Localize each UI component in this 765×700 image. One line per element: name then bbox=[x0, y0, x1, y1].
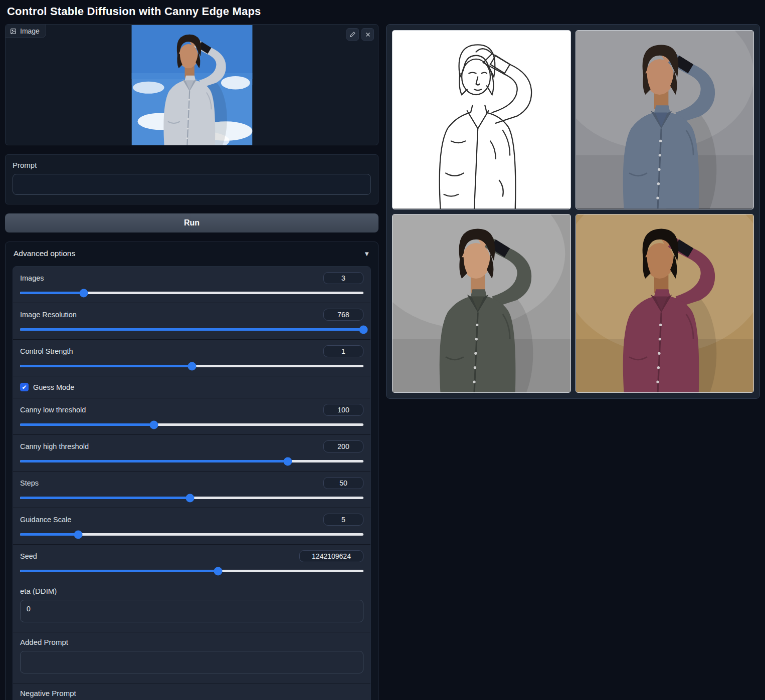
control-strength-slider[interactable] bbox=[20, 365, 363, 367]
added-prompt-row: Added Prompt bbox=[13, 632, 370, 683]
images-slider[interactable] bbox=[20, 292, 363, 294]
resolution-slider[interactable] bbox=[20, 328, 363, 331]
eta-label: eta (DDIM) bbox=[20, 587, 363, 595]
canny-high-label: Canny high threshold bbox=[20, 442, 89, 450]
canny-high-slider-thumb[interactable] bbox=[284, 457, 292, 465]
control-strength-number-input[interactable]: 1 bbox=[323, 345, 363, 357]
resolution-slider-thumb[interactable] bbox=[359, 325, 368, 334]
prompt-label: Prompt bbox=[13, 161, 371, 169]
guess-mode-checkbox[interactable]: ✔ bbox=[20, 383, 29, 391]
steps-number-input[interactable]: 50 bbox=[323, 477, 363, 489]
images-slider-thumb[interactable] bbox=[79, 289, 88, 297]
canny-high-number-input[interactable]: 200 bbox=[323, 440, 363, 452]
seed-slider[interactable] bbox=[20, 570, 363, 572]
slider-row-control-strength: Control Strength 1 bbox=[13, 340, 370, 376]
canny-low-number-input[interactable]: 100 bbox=[323, 404, 363, 416]
prompt-panel: Prompt bbox=[5, 154, 378, 204]
seed-number-input[interactable]: 1242109624 bbox=[299, 550, 363, 562]
canny-low-label: Canny low threshold bbox=[20, 406, 86, 414]
slider-row-guidance: Guidance Scale 5 bbox=[13, 508, 370, 545]
pencil-icon bbox=[349, 31, 356, 38]
results-gallery bbox=[386, 24, 760, 399]
advanced-options-header[interactable]: Advanced options ▼ bbox=[13, 248, 371, 258]
advanced-options-accordion: Advanced options ▼ Images 3 bbox=[5, 242, 378, 700]
clear-image-button[interactable] bbox=[361, 28, 374, 41]
image-input-label-tab: Image bbox=[6, 25, 46, 38]
gallery-result-image-3[interactable] bbox=[576, 214, 754, 393]
eta-row: eta (DDIM) 0 bbox=[13, 581, 370, 632]
eta-input[interactable]: 0 bbox=[20, 600, 363, 622]
added-prompt-label: Added Prompt bbox=[20, 638, 363, 646]
prompt-input[interactable] bbox=[13, 174, 371, 195]
close-icon bbox=[365, 32, 371, 38]
chevron-down-icon: ▼ bbox=[363, 250, 370, 258]
slider-row-resolution: Image Resolution 768 bbox=[13, 303, 370, 340]
guidance-scale-slider[interactable] bbox=[20, 533, 363, 536]
guidance-scale-slider-thumb[interactable] bbox=[74, 530, 83, 539]
advanced-options-title: Advanced options bbox=[14, 249, 75, 258]
gallery-result-image-1[interactable] bbox=[576, 30, 754, 209]
app-root: Control Stable Diffusion with Canny Edge… bbox=[0, 0, 765, 700]
seed-slider-thumb[interactable] bbox=[214, 567, 223, 575]
guidance-scale-label: Guidance Scale bbox=[20, 516, 71, 524]
seed-label: Seed bbox=[20, 552, 37, 560]
guess-mode-label: Guess Mode bbox=[33, 383, 74, 391]
edit-image-button[interactable] bbox=[346, 28, 359, 41]
resolution-number-input[interactable]: 768 bbox=[323, 309, 363, 321]
guess-mode-row[interactable]: ✔ Guess Mode bbox=[13, 376, 370, 398]
resolution-label: Image Resolution bbox=[20, 311, 77, 319]
slider-row-steps: Steps 50 bbox=[13, 472, 370, 508]
image-input-panel: Image bbox=[5, 24, 378, 145]
slider-row-seed: Seed 1242109624 bbox=[13, 545, 370, 581]
image-input-label: Image bbox=[20, 27, 40, 35]
added-prompt-input[interactable] bbox=[20, 651, 363, 673]
negative-prompt-label: Negative Prompt bbox=[20, 689, 363, 697]
gallery-canny-edge-image[interactable] bbox=[392, 30, 571, 209]
image-icon bbox=[10, 28, 17, 35]
control-strength-label: Control Strength bbox=[20, 347, 73, 355]
steps-label: Steps bbox=[20, 479, 39, 487]
images-number-input[interactable]: 3 bbox=[323, 272, 363, 284]
canny-low-slider[interactable] bbox=[20, 423, 363, 426]
canny-high-slider[interactable] bbox=[20, 460, 363, 462]
negative-prompt-row: Negative Prompt bbox=[13, 683, 370, 700]
gallery-result-image-2[interactable] bbox=[392, 214, 571, 393]
images-label: Images bbox=[20, 274, 44, 282]
run-button[interactable]: Run bbox=[5, 213, 378, 232]
canny-low-slider-thumb[interactable] bbox=[150, 420, 158, 429]
page-title: Control Stable Diffusion with Canny Edge… bbox=[5, 3, 760, 24]
slider-row-images: Images 3 bbox=[13, 267, 370, 303]
guidance-scale-number-input[interactable]: 5 bbox=[323, 514, 363, 526]
steps-slider[interactable] bbox=[20, 497, 363, 499]
slider-row-canny-low: Canny low threshold 100 bbox=[13, 398, 370, 435]
control-strength-slider-thumb[interactable] bbox=[187, 362, 196, 370]
uploaded-input-image[interactable] bbox=[131, 25, 252, 145]
slider-row-canny-high: Canny high threshold 200 bbox=[13, 435, 370, 472]
steps-slider-thumb[interactable] bbox=[186, 494, 195, 502]
